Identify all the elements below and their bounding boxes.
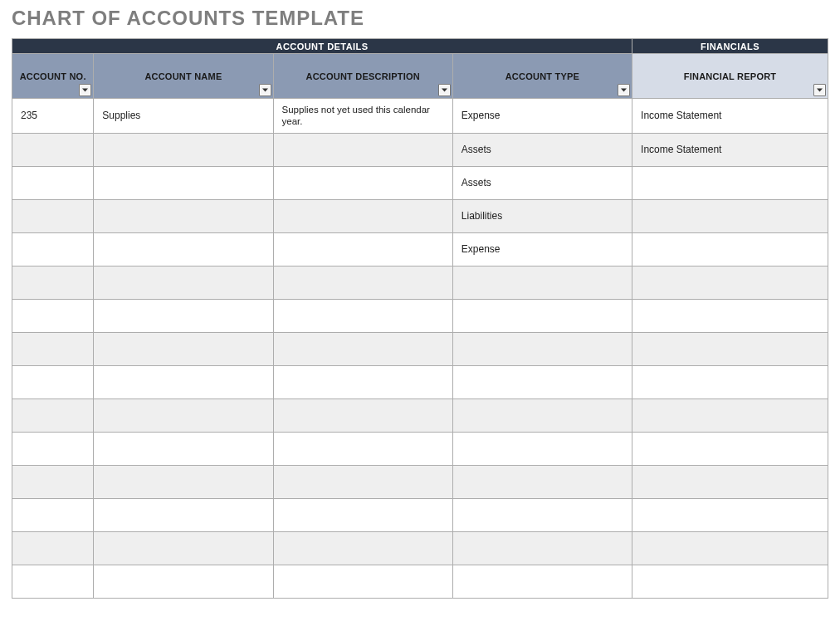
cell-name[interactable]: Supplies (94, 99, 273, 134)
cell-no[interactable] (12, 399, 94, 432)
cell-fin[interactable]: Income Statement (632, 133, 828, 166)
cell-desc[interactable] (273, 565, 452, 598)
cell-no[interactable]: 235 (12, 99, 94, 134)
column-header-financial-report: FINANCIAL REPORT (632, 54, 828, 99)
cell-no[interactable] (12, 133, 94, 166)
cell-no[interactable] (12, 332, 94, 365)
table-row (12, 432, 828, 465)
cell-desc[interactable] (273, 166, 452, 199)
column-header-label: ACCOUNT TYPE (505, 71, 579, 81)
cell-fin[interactable] (632, 565, 828, 598)
cell-no[interactable] (12, 465, 94, 498)
filter-button-account-type[interactable] (618, 84, 630, 96)
cell-fin[interactable] (632, 498, 828, 531)
chevron-down-icon (442, 88, 447, 92)
cell-name[interactable] (94, 498, 273, 531)
cell-no[interactable] (12, 166, 94, 199)
cell-name[interactable] (94, 365, 273, 399)
cell-desc[interactable] (273, 365, 452, 399)
cell-fin[interactable] (632, 299, 828, 332)
cell-name[interactable] (94, 465, 273, 498)
cell-type[interactable] (452, 531, 632, 565)
table-row (12, 465, 828, 498)
cell-fin[interactable] (632, 399, 828, 432)
column-header-account-description: ACCOUNT DESCRIPTION (273, 54, 452, 99)
cell-fin[interactable] (632, 266, 828, 299)
chevron-down-icon (262, 88, 268, 92)
cell-fin[interactable] (632, 531, 828, 565)
cell-fin[interactable] (632, 465, 828, 498)
cell-type[interactable] (452, 498, 632, 531)
cell-name[interactable] (94, 432, 273, 465)
cell-desc[interactable] (273, 332, 452, 365)
cell-fin[interactable] (632, 332, 828, 365)
table-row (12, 365, 828, 399)
cell-name[interactable] (94, 266, 273, 299)
cell-desc[interactable] (273, 266, 452, 299)
super-header-row: ACCOUNT DETAILS FINANCIALS (12, 39, 828, 54)
cell-name[interactable] (94, 299, 273, 332)
filter-button-account-no[interactable] (79, 84, 91, 96)
cell-name[interactable] (94, 565, 273, 598)
table-row (12, 399, 828, 432)
column-header-account-no: ACCOUNT NO. (12, 54, 94, 99)
cell-no[interactable] (12, 299, 94, 332)
chevron-down-icon (621, 88, 627, 92)
cell-name[interactable] (94, 531, 273, 565)
cell-no[interactable] (12, 531, 94, 565)
cell-type[interactable] (452, 365, 632, 399)
cell-desc[interactable] (273, 432, 452, 465)
cell-desc[interactable]: Supplies not yet used this calendar year… (273, 99, 452, 134)
cell-no[interactable] (12, 365, 94, 399)
cell-desc[interactable] (273, 199, 452, 232)
cell-type[interactable]: Expense (452, 232, 632, 266)
filter-button-account-name[interactable] (259, 84, 271, 96)
cell-desc[interactable] (273, 531, 452, 565)
table-row: Expense (12, 232, 828, 266)
cell-fin[interactable] (632, 199, 828, 232)
table-row (12, 565, 828, 598)
cell-fin[interactable]: Income Statement (632, 99, 828, 134)
cell-name[interactable] (94, 232, 273, 266)
cell-type[interactable]: Expense (452, 99, 632, 134)
cell-name[interactable] (94, 166, 273, 199)
cell-type[interactable] (452, 432, 632, 465)
cell-type[interactable] (452, 565, 632, 598)
cell-desc[interactable] (273, 133, 452, 166)
filter-button-account-description[interactable] (438, 84, 451, 96)
filter-button-financial-report[interactable] (813, 84, 826, 96)
cell-desc[interactable] (273, 465, 452, 498)
cell-desc[interactable] (273, 299, 452, 332)
cell-no[interactable] (12, 498, 94, 531)
cell-no[interactable] (12, 432, 94, 465)
cell-name[interactable] (94, 332, 273, 365)
page-title: CHART OF ACCOUNTS TEMPLATE (12, 7, 828, 30)
cell-type[interactable] (452, 465, 632, 498)
cell-type[interactable]: Assets (452, 166, 632, 199)
cell-type[interactable] (452, 299, 632, 332)
cell-no[interactable] (12, 232, 94, 266)
cell-fin[interactable] (632, 365, 828, 399)
cell-fin[interactable] (632, 166, 828, 199)
column-header-row: ACCOUNT NO. ACCOUNT NAME ACCOUNT DESCRIP… (12, 54, 828, 99)
table-row (12, 299, 828, 332)
cell-type[interactable]: Liabilities (452, 199, 632, 232)
column-header-account-name: ACCOUNT NAME (94, 54, 273, 99)
cell-type[interactable] (452, 332, 632, 365)
table-row (12, 266, 828, 299)
cell-name[interactable] (94, 399, 273, 432)
cell-no[interactable] (12, 199, 94, 232)
cell-type[interactable] (452, 266, 632, 299)
cell-fin[interactable] (632, 432, 828, 465)
cell-type[interactable] (452, 399, 632, 432)
cell-type[interactable]: Assets (452, 133, 632, 166)
cell-name[interactable] (94, 133, 273, 166)
cell-fin[interactable] (632, 232, 828, 266)
cell-desc[interactable] (273, 232, 452, 266)
cell-no[interactable] (12, 266, 94, 299)
table-row (12, 498, 828, 531)
cell-desc[interactable] (273, 399, 452, 432)
cell-name[interactable] (94, 199, 273, 232)
cell-desc[interactable] (273, 498, 452, 531)
cell-no[interactable] (12, 565, 94, 598)
